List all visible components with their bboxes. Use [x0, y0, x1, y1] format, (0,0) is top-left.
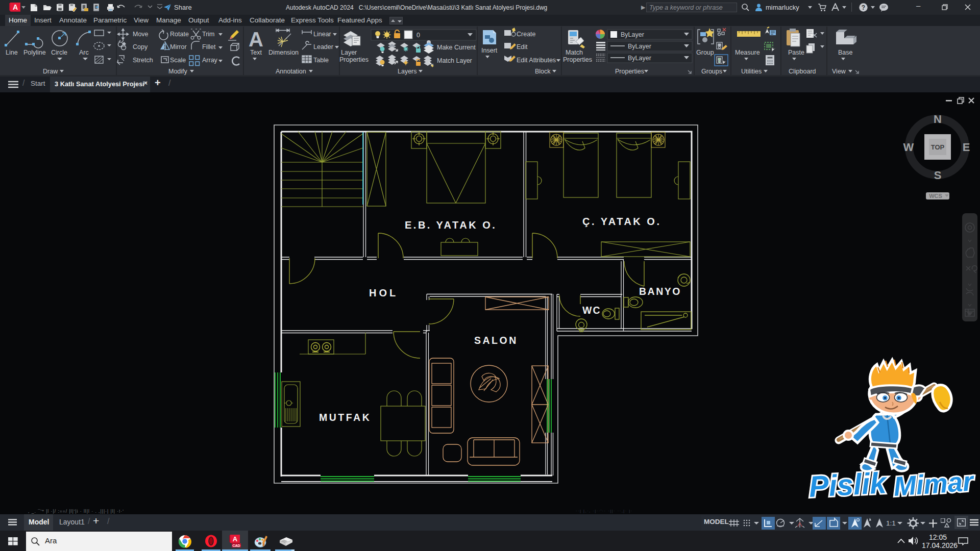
- svg-text:View: View: [832, 68, 846, 75]
- svg-text:Array: Array: [202, 57, 218, 64]
- svg-text:Circle: Circle: [51, 49, 67, 56]
- svg-text:Arc: Arc: [79, 49, 89, 56]
- svg-text:Linear: Linear: [313, 31, 331, 38]
- svg-text:Edit: Edit: [517, 43, 528, 51]
- svg-text:A: A: [249, 28, 263, 51]
- svg-text:Utilities: Utilities: [741, 68, 762, 75]
- svg-text:Create: Create: [517, 31, 536, 38]
- svg-text:Pislik: Pislik: [808, 466, 888, 503]
- svg-text:E.B. YATAK O.: E.B. YATAK O.: [405, 219, 497, 231]
- svg-text:Mirror: Mirror: [170, 43, 187, 51]
- svg-text:Match: Match: [566, 49, 583, 56]
- svg-text:Clipboard: Clipboard: [789, 68, 816, 75]
- svg-text:Mimar: Mimar: [893, 466, 976, 502]
- svg-text:N: N: [934, 113, 942, 126]
- svg-text:Insert: Insert: [481, 47, 498, 54]
- svg-text:0: 0: [416, 32, 420, 39]
- svg-text:··| |,·, ·|··'·· ·||· ··,|· |·: ··| |,·, ·|··'·· ·||· ··,|· |·: [576, 509, 633, 513]
- svg-text:Match Layer: Match Layer: [437, 57, 472, 64]
- svg-text:WCS: WCS: [929, 193, 942, 199]
- svg-text:Group: Group: [696, 49, 714, 56]
- svg-text:Fillet: Fillet: [202, 43, 216, 51]
- svg-text:Edit Attributes: Edit Attributes: [517, 57, 556, 64]
- svg-text:A: A: [233, 535, 238, 543]
- svg-text:1:1: 1:1: [886, 519, 896, 527]
- svg-text:Rotate: Rotate: [170, 31, 189, 38]
- svg-text:Measure: Measure: [735, 49, 760, 56]
- svg-text:Table: Table: [313, 57, 329, 64]
- svg-text:Move: Move: [133, 31, 149, 38]
- svg-text:ByLayer: ByLayer: [628, 43, 651, 50]
- svg-text:Line: Line: [6, 49, 18, 56]
- svg-text:Groups: Groups: [701, 68, 722, 75]
- svg-text:Properties: Properties: [339, 56, 369, 63]
- svg-text:ByLayer: ByLayer: [621, 31, 644, 38]
- svg-text:Text: Text: [250, 49, 262, 56]
- svg-text:A: A: [13, 3, 18, 11]
- svg-text:BANYO: BANYO: [639, 286, 681, 297]
- svg-text:Leader: Leader: [313, 43, 333, 51]
- svg-text:Copy: Copy: [133, 43, 148, 51]
- svg-text:SALON: SALON: [474, 335, 518, 346]
- svg-text:Properties: Properties: [615, 68, 644, 75]
- svg-text:?: ?: [862, 4, 865, 11]
- svg-text:Make Current: Make Current: [437, 44, 476, 51]
- svg-text:Trim: Trim: [202, 31, 215, 38]
- svg-text:Scale: Scale: [170, 57, 186, 64]
- svg-text:, _. ¯'* |l ·|/ :==/ |l|'|i ·: , _. ¯'* |l ·|/ :==/ |l|'|i · ll|l · . ,…: [28, 509, 124, 514]
- svg-text:Paste: Paste: [788, 49, 804, 56]
- svg-text:ByLayer: ByLayer: [628, 55, 651, 62]
- svg-text:Dimension: Dimension: [268, 49, 299, 56]
- svg-text:S: S: [934, 169, 942, 182]
- svg-text:Layers: Layers: [398, 68, 417, 75]
- svg-text:E: E: [963, 141, 970, 154]
- svg-text:Annotation: Annotation: [276, 68, 306, 75]
- svg-text:TOP: TOP: [931, 143, 945, 151]
- svg-text:Base: Base: [838, 49, 853, 56]
- svg-text:Block: Block: [535, 68, 551, 75]
- svg-text:W: W: [903, 141, 914, 154]
- svg-text:Layer: Layer: [341, 49, 357, 56]
- svg-text:Ç. YATAK O.: Ç. YATAK O.: [582, 216, 661, 227]
- svg-text:Draw: Draw: [43, 68, 58, 75]
- svg-text:Stretch: Stretch: [133, 57, 153, 64]
- svg-text:Properties: Properties: [563, 56, 592, 63]
- svg-text:MUTFAK: MUTFAK: [319, 412, 371, 423]
- svg-text:CAD: CAD: [232, 544, 240, 547]
- svg-text:WC: WC: [582, 305, 601, 316]
- svg-text:Modify: Modify: [168, 68, 188, 75]
- svg-text:Polyline: Polyline: [23, 49, 46, 56]
- svg-text:HOL: HOL: [369, 287, 398, 298]
